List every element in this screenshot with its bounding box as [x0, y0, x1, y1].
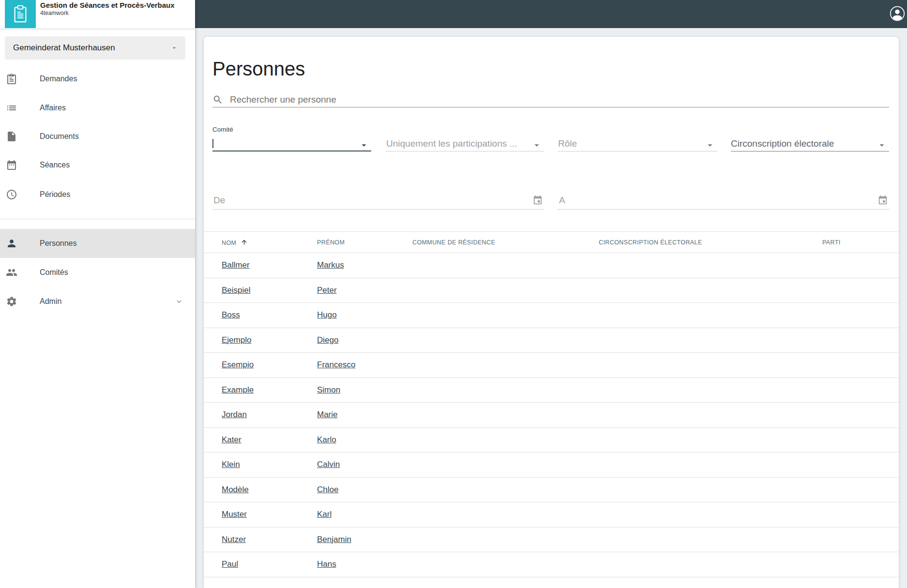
text-cursor — [212, 139, 213, 148]
document-icon — [6, 131, 17, 142]
sidebar-item-seances[interactable]: Séances — [0, 151, 195, 180]
person-lastname-link[interactable]: Paul — [222, 559, 238, 569]
sidebar-item-periodes[interactable]: Périodes — [0, 180, 195, 209]
account-menu-button[interactable] — [890, 6, 905, 21]
person-firstname-link[interactable]: Marie — [317, 410, 338, 419]
calendar-picker-icon[interactable] — [532, 195, 543, 206]
column-header-parti[interactable]: PARTI — [822, 232, 899, 253]
persons-table: NOM PRÉNOM COMMUNE DE RÉSIDENCE CIRCONSC… — [204, 231, 899, 577]
parti-cell — [822, 403, 899, 428]
parti-cell — [822, 552, 899, 577]
person-firstname-link[interactable]: Simon — [317, 385, 340, 394]
filter-participations-select[interactable]: Uniquement les participations ... — [386, 136, 544, 151]
sidebar-item-demandes[interactable]: Demandes — [0, 64, 195, 93]
table-row: Kater Karlo — [204, 427, 899, 452]
parti-cell — [822, 427, 899, 452]
person-firstname-link[interactable]: Karlo — [317, 435, 336, 444]
sidebar-item-affaires[interactable]: Affaires — [0, 93, 195, 122]
date-to-field[interactable] — [558, 192, 889, 210]
person-firstname-link[interactable]: Benjamin — [317, 535, 351, 544]
circonscription-cell — [599, 328, 822, 353]
circonscription-cell — [599, 278, 822, 303]
search-field[interactable] — [212, 92, 889, 107]
caret-down-icon — [877, 140, 887, 151]
commune-cell — [412, 278, 599, 303]
date-from-field[interactable] — [212, 192, 544, 210]
search-input[interactable] — [229, 94, 889, 106]
app-vendor: 4teamwork — [40, 10, 190, 16]
person-firstname-link[interactable]: Francesco — [317, 360, 355, 369]
sidebar-divider — [0, 219, 195, 219]
person-lastname-link[interactable]: Beispiel — [222, 286, 251, 295]
date-from-input[interactable] — [212, 195, 532, 206]
chevron-down-icon — [175, 297, 183, 306]
sidebar-item-documents[interactable]: Documents — [0, 122, 195, 151]
table-row: Nutzer Benjamin — [204, 527, 899, 552]
person-lastname-link[interactable]: Example — [222, 385, 254, 394]
table-body: Ballmer Markus Beispiel Peter — [204, 253, 899, 577]
column-header-commune[interactable]: COMMUNE DE RÉSIDENCE — [412, 232, 599, 253]
person-lastname-link[interactable]: Klein — [222, 460, 240, 469]
commune-cell — [412, 477, 599, 502]
person-firstname-link[interactable]: Karl — [317, 510, 332, 519]
person-lastname-link[interactable]: Jordan — [222, 410, 247, 419]
column-header-circonscription[interactable]: CIRCONSCRIPTION ÉLECTORALE — [599, 232, 822, 253]
filter-role[interactable]: Rôle — [558, 124, 717, 153]
commune-cell — [412, 303, 599, 328]
person-firstname-link[interactable]: Calvin — [317, 460, 340, 469]
person-lastname-link[interactable]: Ballmer — [222, 260, 250, 270]
commune-cell — [412, 552, 599, 577]
person-lastname-link[interactable]: Ejemplo — [222, 335, 251, 345]
clipboard-logo-icon — [10, 3, 30, 25]
filter-role-select[interactable]: Rôle — [558, 136, 717, 151]
caret-down-icon — [531, 140, 542, 151]
search-icon — [212, 94, 223, 105]
person-firstname-link[interactable]: Hugo — [317, 310, 337, 319]
filter-comite[interactable]: Comité — [212, 124, 371, 153]
table-row: Modèle Chloe — [204, 477, 899, 502]
filter-comite-select[interactable] — [212, 136, 371, 151]
workspace-selector[interactable]: Gemeinderat Musterhausen — [5, 36, 185, 60]
person-lastname-link[interactable]: Kater — [222, 435, 242, 444]
person-lastname-link[interactable]: Nutzer — [222, 535, 246, 544]
sidebar-item-label: Périodes — [40, 190, 70, 199]
date-to-input[interactable] — [558, 195, 877, 206]
filter-circonscription[interactable]: Circonscription électorale — [731, 124, 889, 153]
app-title: Gestion de Séances et Procès-Verbaux — [40, 1, 190, 9]
person-lastname-link[interactable]: Modèle — [222, 485, 249, 494]
circonscription-cell — [599, 477, 822, 502]
sidebar-item-comites[interactable]: Comités — [0, 258, 195, 287]
commune-cell — [412, 502, 599, 528]
commune-cell — [412, 377, 599, 403]
circonscription-cell — [599, 502, 822, 528]
circonscription-cell — [599, 377, 822, 403]
sidebar-item-admin[interactable]: Admin — [0, 287, 195, 316]
sidebar-item-label: Séances — [40, 161, 70, 169]
column-header-nom[interactable]: NOM — [204, 232, 317, 253]
commune-cell — [412, 403, 599, 428]
person-lastname-link[interactable]: Boss — [222, 310, 240, 319]
person-firstname-link[interactable]: Diego — [317, 335, 338, 345]
sidebar-item-personnes[interactable]: Personnes — [0, 229, 195, 258]
person-lastname-link[interactable]: Esempio — [222, 360, 254, 369]
sidebar-item-label: Admin — [40, 297, 61, 306]
person-icon — [6, 238, 17, 249]
filter-circonscription-select[interactable]: Circonscription électorale — [731, 136, 889, 151]
person-firstname-link[interactable]: Chloe — [317, 485, 338, 494]
table-row: Esempio Francesco — [204, 353, 899, 378]
filter-participations[interactable]: Uniquement les participations ... — [386, 124, 544, 153]
filter-participations-placeholder: Uniquement les participations ... — [386, 138, 517, 149]
person-firstname-link[interactable]: Peter — [317, 286, 337, 295]
calendar-picker-icon[interactable] — [877, 195, 888, 206]
column-header-prenom[interactable]: PRÉNOM — [317, 232, 412, 253]
account-circle-icon — [890, 6, 905, 21]
table-row: Boss Hugo — [204, 303, 899, 328]
circonscription-cell — [599, 452, 822, 478]
sidebar-item-label: Personnes — [40, 239, 77, 248]
circonscription-cell — [599, 403, 822, 428]
person-lastname-link[interactable]: Muster — [222, 510, 247, 519]
table-row: Ejemplo Diego — [204, 328, 899, 353]
caret-down-icon — [359, 140, 369, 151]
person-firstname-link[interactable]: Markus — [317, 260, 344, 270]
person-firstname-link[interactable]: Hans — [317, 559, 336, 569]
